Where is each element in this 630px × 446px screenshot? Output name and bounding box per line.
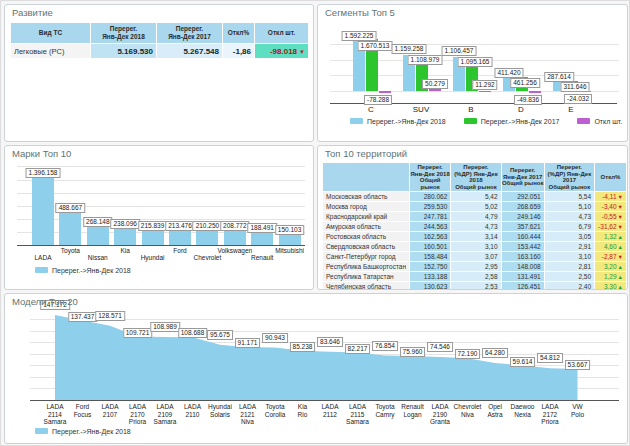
cell-value: 148.008 xyxy=(501,262,544,272)
bar-2018[interactable] xyxy=(142,231,164,245)
cell-value: 5,10 xyxy=(544,202,594,212)
trend-up-icon: ▲ xyxy=(618,284,623,290)
legend-swatch-2018 xyxy=(35,267,48,273)
data-label: 53.667 xyxy=(565,360,591,370)
legend-label-2018: Перерег.->Янв-Дек 2018 xyxy=(367,118,446,125)
data-label-2018: 287.614 xyxy=(544,72,574,82)
panel-title-territories: Топ 10 территорий xyxy=(325,148,407,159)
bar-2018[interactable] xyxy=(59,213,81,245)
cell-value: 126.451 xyxy=(501,282,544,291)
cell-value: 292.051 xyxy=(501,192,544,202)
cell-value: 259.530 xyxy=(410,202,451,212)
territory-row[interactable]: Свердловская область160.5013,10153.4422,… xyxy=(323,242,627,252)
panel-razvitie: Развитие Вид ТС Перерег. Янв-Дек 2018 Пе… xyxy=(4,4,314,142)
territory-row[interactable]: Московская область280.0625,42292.0515,54… xyxy=(323,192,627,202)
data-label-2018: 1.106.457 xyxy=(442,46,477,56)
bar-otkl[interactable] xyxy=(429,89,441,91)
bar-otkl[interactable] xyxy=(529,91,541,93)
cell-value: 5,54 xyxy=(544,192,594,202)
razvitie-table: Вид ТС Перерег. Янв-Дек 2018 Перерег. Ян… xyxy=(10,22,309,59)
category-label[interactable]: B xyxy=(468,105,473,114)
category-label[interactable]: E xyxy=(568,105,573,114)
territory-row[interactable]: Москва город259.5305,02268.6595,10-3,40▼ xyxy=(323,202,627,212)
category-label[interactable]: D xyxy=(518,105,524,114)
territories-table: Перерег. Янв-Дек 2018 Общий рынок Перере… xyxy=(322,162,627,290)
table-row[interactable]: Легковые (PC) 5.169.530 5.267.548 -1,86 … xyxy=(11,44,309,59)
cell-value: 268.659 xyxy=(501,202,544,212)
data-label-2017: 461.256 xyxy=(510,78,540,88)
category-label[interactable]: Hyundai xyxy=(131,254,175,262)
otkl-value: 1,32 xyxy=(604,233,617,240)
cell-value: -4,11▼ xyxy=(595,192,627,202)
gridline xyxy=(17,193,305,194)
data-label: 268.148 xyxy=(83,217,113,227)
cell-value: 2,53 xyxy=(451,282,501,291)
data-label-otkl: -49.836 xyxy=(514,95,542,105)
trend-up-icon: ▲ xyxy=(618,274,623,280)
bar-otkl[interactable] xyxy=(379,91,391,93)
territory-row[interactable]: Республика Башкортостан152.7502,95148.00… xyxy=(323,262,627,272)
data-label-2017: 311.646 xyxy=(560,82,589,92)
data-label: 488.667 xyxy=(56,203,86,213)
cell-value: 2,95 xyxy=(451,262,501,272)
data-label-2017: 1.670.513 xyxy=(358,41,393,51)
cell-value: 158.484 xyxy=(410,252,451,262)
bar-2018[interactable] xyxy=(224,231,246,245)
cell-otkl-pct: -1,86 xyxy=(223,44,255,59)
legend-label-2018: Перерег.->Янв-Дек 2018 xyxy=(52,267,131,274)
otkl-value: -2,87 xyxy=(602,253,617,260)
cell-value: 2,91 xyxy=(544,242,594,252)
cell-value: 6,79 xyxy=(544,222,594,232)
bar-2018[interactable] xyxy=(279,235,301,245)
category-label[interactable]: LADA xyxy=(21,254,65,262)
category-label[interactable]: SUV xyxy=(413,105,429,114)
panel-title-marki: Марки Топ 10 xyxy=(12,148,71,159)
territories-tbody: Московская область280.0625,42292.0515,54… xyxy=(323,192,627,291)
bar-2018[interactable] xyxy=(196,231,218,245)
cell-value: 3,14 xyxy=(451,232,501,242)
cell-value: 4,60▲ xyxy=(595,242,627,252)
bar-2018[interactable] xyxy=(114,229,136,245)
bar-2018[interactable] xyxy=(251,233,273,245)
bar-2018[interactable] xyxy=(87,227,109,245)
territory-row[interactable]: Республика Татарстан133.1882,58131.4912,… xyxy=(323,272,627,282)
data-label: 128.571 xyxy=(95,311,125,321)
data-label-2017: 1.108.979 xyxy=(408,55,443,65)
cell-value: 5,42 xyxy=(451,192,501,202)
territory-row[interactable]: Амурская область244.5634,73357.6216,79-3… xyxy=(323,222,627,232)
data-label-otkl: -78.288 xyxy=(364,95,392,105)
territory-row[interactable]: Краснодарский край247.7814,79249.1464,73… xyxy=(323,212,627,222)
cell-vehicle-type: Легковые (PC) xyxy=(11,44,91,59)
category-label[interactable]: C xyxy=(368,105,374,114)
legend-swatch-2018 xyxy=(35,428,48,434)
cell-value: 130.623 xyxy=(410,282,451,291)
bar-2018[interactable] xyxy=(169,231,191,245)
legend-label-2018: Перерег.->Янв-Дек 2018 xyxy=(52,428,131,435)
bar-2018[interactable] xyxy=(32,178,54,245)
cell-value: 162.563 xyxy=(410,232,451,242)
otkl-value: 1,29 xyxy=(604,273,617,280)
data-label-2017: 1.095.165 xyxy=(458,57,493,67)
marki-legend: Перерег.->Янв-Дек 2018 xyxy=(35,266,147,274)
cell-value: -0,55▼ xyxy=(595,212,627,222)
category-label[interactable]: Nissan xyxy=(76,254,120,262)
territory-row[interactable]: Санкт-Петербург город158.4843,07163.1603… xyxy=(323,252,627,262)
data-label-2018: 411.420 xyxy=(494,68,523,78)
category-label[interactable]: Mitsubishi xyxy=(268,247,312,255)
territory-row[interactable]: Челябинская область130.6232,53126.4512,4… xyxy=(323,282,627,291)
category-label[interactable]: Chevrolet xyxy=(185,254,229,262)
otkl-sht-value: -98.018 xyxy=(270,47,297,56)
territory-row[interactable]: Ростовская область162.5633,14160.4443,05… xyxy=(323,232,627,242)
category-label[interactable]: VW Polo xyxy=(558,403,598,418)
cell-territory-name: Амурская область xyxy=(323,222,410,232)
cell-value: -2,87▼ xyxy=(595,252,627,262)
cell-value: 3,10 xyxy=(451,242,501,252)
bar-otkl[interactable] xyxy=(479,91,491,92)
cell-value: 247.781 xyxy=(410,212,451,222)
table-header-row: Перерег. Янв-Дек 2018 Общий рынок Перере… xyxy=(323,163,627,192)
category-label[interactable]: Renault xyxy=(240,254,284,262)
data-label: 54.812 xyxy=(537,353,563,363)
legend-swatch-2017 xyxy=(464,118,477,124)
data-label: 150.103 xyxy=(275,225,305,235)
cell-value: 131.491 xyxy=(501,272,544,282)
